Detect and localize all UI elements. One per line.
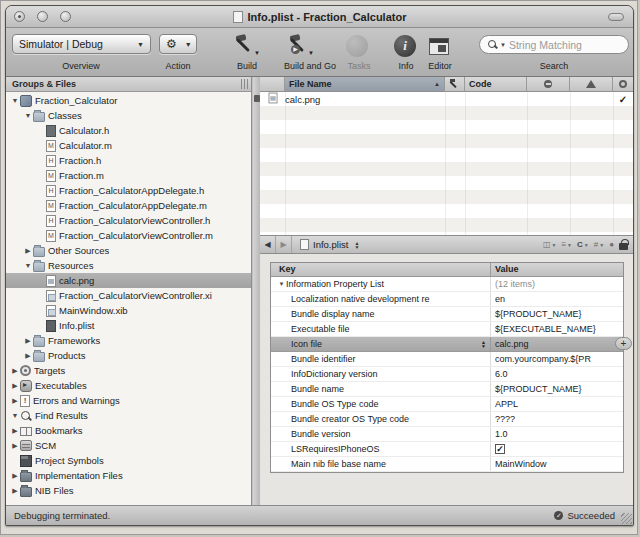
overview-popup[interactable]: Simulator | Debug ▼ — [12, 34, 151, 54]
plist-key-cell[interactable]: Bundle name — [271, 382, 491, 396]
tree-item-implementation-files[interactable]: ▶Implementation Files — [6, 468, 251, 483]
plist-row-bundle-version[interactable]: Bundle version1.0 — [271, 427, 623, 442]
tree-item-products[interactable]: ▶Products — [6, 348, 251, 363]
forward-button[interactable]: ▶ — [276, 236, 292, 253]
tree-item-find-results[interactable]: ▼Find Results — [6, 408, 251, 423]
build-and-go-button[interactable]: ▶▼ — [286, 32, 316, 60]
tree-item-resources[interactable]: ▼Resources — [6, 258, 251, 273]
title-bar[interactable]: Info.plist - Fraction_Calculator — [6, 6, 633, 28]
tree-item-fraction-calculatorappdelegate-m[interactable]: Fraction_CalculatorAppDelegate.m — [6, 198, 251, 213]
tree-item-errors-and-warnings[interactable]: ▶Errors and Warnings — [6, 393, 251, 408]
plist-row-information-property-list[interactable]: ▼Information Property List(12 items) — [271, 277, 623, 292]
tree-item-bookmarks[interactable]: ▶Bookmarks — [6, 423, 251, 438]
plist-row-icon-file[interactable]: Icon file▲▼calc.png — [271, 337, 623, 352]
plist-row-localization-native-development-re[interactable]: Localization native development reen — [271, 292, 623, 307]
plist-key-cell[interactable]: Icon file▲▼ — [271, 337, 491, 351]
plist-row-bundle-creator-os-type-code[interactable]: Bundle creator OS Type code???? — [271, 412, 623, 427]
editor-button[interactable] — [424, 32, 454, 60]
breakpoints-menu-icon[interactable]: ≡▼ — [561, 240, 572, 249]
code-column-header[interactable]: Code — [465, 77, 527, 92]
tree-item-fraction-calculatorviewcontroller-h[interactable]: Fraction_CalculatorViewController.h — [6, 213, 251, 228]
pane-splitter[interactable] — [253, 77, 260, 505]
plist-key-cell[interactable]: Executable file — [271, 322, 491, 336]
target-checkmark-icon[interactable]: ✓ — [619, 94, 627, 105]
plist-row-infodictionary-version[interactable]: InfoDictionary version6.0 — [271, 367, 623, 382]
file-icon-column-header[interactable] — [260, 77, 285, 92]
plist-value-cell[interactable]: ???? — [491, 414, 623, 424]
tree-item-fraction-h[interactable]: Fraction.h — [6, 153, 251, 168]
editor-file-popup[interactable]: Info.plist — [313, 239, 348, 250]
included-files-icon[interactable]: ● — [609, 240, 614, 249]
plist-value-cell[interactable]: ${PRODUCT_NAME} — [491, 384, 623, 394]
resize-grip[interactable] — [621, 513, 632, 524]
tree-item-project-symbols[interactable]: Project Symbols — [6, 453, 251, 468]
plist-value-cell[interactable]: APPL — [491, 399, 623, 409]
back-button[interactable]: ◀ — [260, 236, 276, 253]
tree-item-fraction-calculator[interactable]: ▼Fraction_Calculator — [6, 93, 251, 108]
plist-value-cell[interactable]: ${PRODUCT_NAME} — [491, 309, 623, 319]
plist-key-cell[interactable]: Bundle display name — [271, 307, 491, 321]
plist-key-cell[interactable]: Bundle identifier — [271, 352, 491, 366]
build-button[interactable]: ▼ — [232, 32, 262, 60]
plist-value-cell[interactable]: ${EXECUTABLE_NAME} — [491, 324, 623, 334]
plist-value-cell[interactable]: ✓ — [491, 444, 623, 454]
search-scope-caret-icon[interactable]: ▼ — [500, 42, 506, 48]
plist-key-cell[interactable]: LSRequiresIPhoneOS — [271, 442, 491, 456]
tree-item-scm[interactable]: ▶SCM — [6, 438, 251, 453]
plist-value-cell[interactable]: en — [491, 294, 623, 304]
tree-item-targets[interactable]: ▶Targets — [6, 363, 251, 378]
tree-item-classes[interactable]: ▼Classes — [6, 108, 251, 123]
plist-value-cell[interactable]: MainWindow — [491, 459, 623, 469]
plist-key-column-header[interactable]: Key — [271, 263, 491, 276]
plist-key-cell[interactable]: Bundle OS Type code — [271, 397, 491, 411]
lock-icon[interactable] — [619, 243, 628, 250]
file-row-calc-png[interactable]: calc.png✓ — [260, 92, 633, 106]
plist-row-lsrequiresiphoneos[interactable]: LSRequiresIPhoneOS✓ — [271, 442, 623, 457]
sidebar-header-splitter-icon[interactable] — [241, 79, 249, 89]
tree-item-fraction-calculatorviewcontroller-xi[interactable]: Fraction_CalculatorViewController.xi — [6, 288, 251, 303]
file-name-column-header[interactable]: File Name ▲ — [285, 77, 445, 92]
tree-item-calc-png[interactable]: calc.png — [6, 273, 251, 288]
disclosure-triangle-icon[interactable]: ▶ — [23, 247, 33, 255]
disclosure-triangle-icon[interactable]: ▶ — [10, 367, 20, 375]
plist-row-bundle-os-type-code[interactable]: Bundle OS Type codeAPPL — [271, 397, 623, 412]
tree-item-executables[interactable]: ▶Executables — [6, 378, 251, 393]
disclosure-triangle-icon[interactable]: ▶ — [10, 442, 20, 450]
plist-key-cell[interactable]: Bundle creator OS Type code — [271, 412, 491, 426]
tree-item-calculator-h[interactable]: Calculator.h — [6, 123, 251, 138]
disclosure-triangle-icon[interactable]: ▼ — [277, 281, 286, 287]
tree-item-fraction-calculatorviewcontroller-m[interactable]: Fraction_CalculatorViewController.m — [6, 228, 251, 243]
action-popup[interactable]: ⚙ ▼ — [159, 34, 197, 54]
plist-key-cell[interactable]: Localization native development re — [271, 292, 491, 306]
plist-value-cell[interactable]: com.yourcompany.${PR — [491, 354, 623, 364]
disclosure-triangle-icon[interactable]: ▶ — [10, 472, 20, 480]
toolbar-toggle-button[interactable] — [608, 13, 624, 21]
tree-item-calculator-m[interactable]: Calculator.m — [6, 138, 251, 153]
disclosure-triangle-icon[interactable]: ▶ — [23, 352, 33, 360]
disclosure-triangle-icon[interactable]: ▼ — [10, 412, 20, 419]
plist-row-executable-file[interactable]: Executable file${EXECUTABLE_NAME} — [271, 322, 623, 337]
tree-item-fraction-calculatorappdelegate-h[interactable]: Fraction_CalculatorAppDelegate.h — [6, 183, 251, 198]
plist-key-cell[interactable]: InfoDictionary version — [271, 367, 491, 381]
tree-item-nib-files[interactable]: ▶NIB Files — [6, 483, 251, 498]
add-row-button[interactable]: + — [615, 337, 632, 350]
disclosure-triangle-icon[interactable]: ▶ — [23, 337, 33, 345]
tree-item-other-sources[interactable]: ▶Other Sources — [6, 243, 251, 258]
info-button[interactable]: i — [390, 32, 420, 60]
warnings-column-header[interactable] — [570, 77, 613, 92]
target-column-header[interactable] — [613, 77, 633, 92]
plist-row-bundle-identifier[interactable]: Bundle identifiercom.yourcompany.${PR — [271, 352, 623, 367]
plist-value-cell[interactable]: 6.0 — [491, 369, 623, 379]
disclosure-triangle-icon[interactable]: ▶ — [10, 382, 20, 390]
key-stepper-icon[interactable]: ▲▼ — [481, 340, 486, 348]
errors-column-header[interactable] — [527, 77, 570, 92]
plist-value-column-header[interactable]: Value — [491, 263, 623, 276]
plist-row-bundle-name[interactable]: Bundle name${PRODUCT_NAME} — [271, 382, 623, 397]
plist-key-cell[interactable]: Main nib file base name — [271, 457, 491, 471]
plist-key-cell[interactable]: ▼Information Property List — [271, 277, 491, 291]
build-column-header[interactable] — [445, 77, 465, 92]
tree-item-fraction-m[interactable]: Fraction.m — [6, 168, 251, 183]
checkbox-checked-icon[interactable]: ✓ — [495, 444, 505, 454]
tree-item-mainwindow-xib[interactable]: MainWindow.xib — [6, 303, 251, 318]
plist-value-cell[interactable]: (12 items) — [491, 279, 623, 289]
